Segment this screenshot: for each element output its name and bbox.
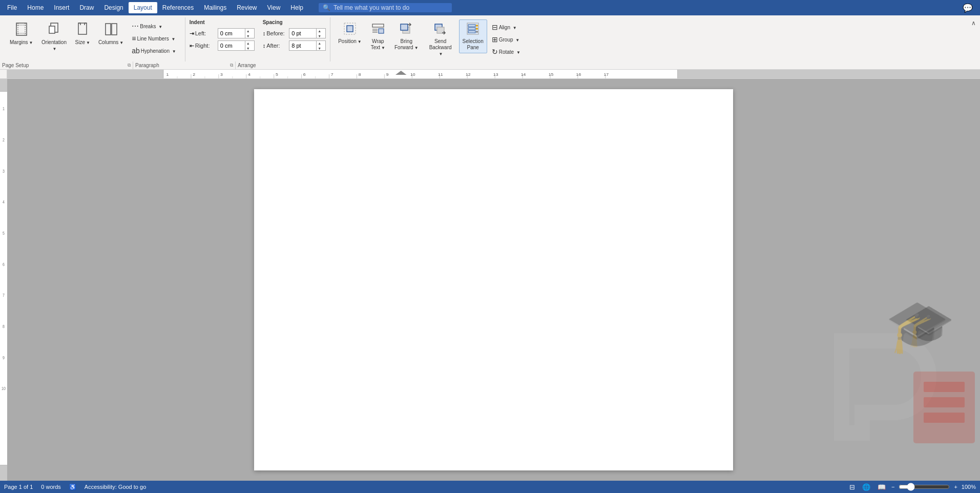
menu-review[interactable]: Review	[232, 2, 262, 13]
page-setup-dialog-launcher[interactable]: ⧉	[128, 63, 131, 68]
page-setup-content: Margins▼ Orientation▼	[6, 19, 179, 59]
line-numbers-button[interactable]: ≡ Line Numbers ▼	[129, 33, 178, 44]
svg-text:7: 7	[331, 72, 333, 77]
spacing-after-label: After:	[266, 43, 287, 49]
ruler-inactive-left	[7, 70, 163, 78]
svg-text:6: 6	[3, 262, 5, 267]
hyphenation-label: Hyphenation ▼	[141, 48, 176, 54]
indent-right-spinners: ▲ ▼	[245, 40, 251, 51]
svg-text:8: 8	[359, 72, 361, 77]
arrange-section-label: Arrange	[236, 61, 389, 69]
indent-left-input[interactable]: ▲ ▼	[218, 28, 255, 38]
status-bar-left: Page 1 of 1 0 words ♿ Accessibility: Goo…	[4, 484, 146, 490]
spacing-before-down[interactable]: ▼	[317, 33, 322, 38]
menu-file[interactable]: File	[2, 2, 22, 13]
web-layout-view-button[interactable]: 🌐	[861, 483, 872, 491]
send-backward-button[interactable]: SendBackward▼	[424, 19, 457, 59]
indent-left-label: Left:	[195, 30, 216, 36]
spacing-before-up[interactable]: ▲	[317, 28, 322, 33]
spacing-before-input[interactable]: ▲ ▼	[289, 28, 326, 38]
page-content[interactable]	[254, 89, 733, 448]
indent-left-arrow-icon: ⇥	[190, 30, 194, 37]
breaks-button[interactable]: ⋯ Breaks ▼	[129, 20, 178, 32]
menu-design[interactable]: Design	[99, 2, 128, 13]
svg-text:13: 13	[493, 72, 498, 77]
zoom-slider[interactable]	[899, 483, 950, 491]
selection-pane-label: SelectionPane	[463, 38, 484, 51]
svg-rect-13	[379, 29, 384, 33]
zoom-level: 100%	[962, 484, 976, 490]
indent-right-up[interactable]: ▲	[245, 40, 251, 46]
indent-right-value[interactable]	[218, 43, 245, 49]
spacing-before-label: Before:	[266, 30, 287, 36]
indent-right-label: Right:	[195, 43, 216, 49]
line-numbers-icon: ≡	[132, 34, 136, 43]
indent-right-input[interactable]: ▲ ▼	[218, 40, 255, 51]
ribbon: Margins▼ Orientation▼	[0, 15, 980, 70]
spacing-after-value[interactable]	[289, 43, 316, 49]
menu-home[interactable]: Home	[22, 2, 49, 13]
menu-help[interactable]: Help	[285, 2, 308, 13]
indent-col: Indent ⇥ Left: ▲ ▼	[190, 19, 255, 51]
svg-rect-11	[347, 26, 353, 32]
app-container: File Home Insert Draw Design Layout Refe…	[0, 0, 980, 493]
indent-title: Indent	[190, 19, 255, 25]
zoom-minus-icon[interactable]: −	[891, 484, 894, 490]
svg-text:5: 5	[3, 231, 5, 236]
indent-left-up[interactable]: ▲	[245, 28, 251, 33]
menu-layout[interactable]: Layout	[129, 2, 157, 13]
size-button[interactable]: Size▼	[72, 19, 94, 48]
menu-insert[interactable]: Insert	[49, 2, 74, 13]
arrange-label-text: Arrange	[238, 63, 256, 68]
watermark-area: 🎓 🎓	[816, 296, 980, 450]
orientation-button[interactable]: Orientation▼	[38, 19, 71, 54]
svg-text:2: 2	[3, 137, 5, 142]
svg-rect-18	[401, 24, 408, 30]
rotate-button[interactable]: ↻ Rotate ▼	[489, 46, 523, 57]
indent-spacing: Indent ⇥ Left: ▲ ▼	[190, 19, 326, 51]
watermark-cap-icon: 🎓	[885, 296, 949, 357]
bring-forward-label: BringForward▼	[394, 38, 419, 51]
align-icon: ⊟	[492, 23, 498, 31]
spacing-after-up[interactable]: ▲	[317, 40, 322, 46]
menu-draw[interactable]: Draw	[74, 2, 99, 13]
chat-icon[interactable]: 💬	[957, 1, 978, 15]
svg-rect-26	[468, 31, 475, 33]
indent-left-value[interactable]	[218, 30, 245, 36]
svg-text:15: 15	[549, 72, 554, 77]
bring-forward-icon	[400, 22, 413, 37]
spacing-after-row: ↕ After: ▲ ▼	[263, 40, 326, 51]
columns-button[interactable]: Columns▼	[95, 19, 127, 48]
ribbon-collapse-button[interactable]: ∧	[971, 19, 976, 27]
margins-button[interactable]: Margins▼	[6, 19, 37, 48]
spacing-after-down[interactable]: ▼	[317, 46, 322, 51]
spacing-after-input[interactable]: ▲ ▼	[289, 40, 326, 51]
bring-forward-button[interactable]: BringForward▼	[391, 19, 422, 53]
position-button[interactable]: Position▼	[335, 19, 365, 47]
wrap-text-button[interactable]: WrapText▼	[367, 19, 389, 53]
read-mode-button[interactable]: 📖	[876, 483, 887, 491]
spacing-before-icon: ↕	[263, 30, 266, 36]
group-button[interactable]: ⊞ Group ▼	[489, 34, 523, 45]
hyphenation-button[interactable]: ab Hyphenation ▼	[129, 45, 178, 56]
send-backward-icon	[434, 22, 447, 37]
document-canvas[interactable]: 🎓 🎓	[7, 79, 980, 481]
columns-icon	[104, 22, 118, 38]
group-label: Group ▼	[499, 37, 520, 43]
indent-right-down[interactable]: ▼	[245, 46, 251, 51]
svg-text:3: 3	[220, 72, 223, 77]
spacing-before-value[interactable]	[289, 30, 316, 36]
menu-view[interactable]: View	[262, 2, 286, 13]
v-ruler-inactive-bottom	[0, 465, 7, 481]
svg-text:3: 3	[3, 169, 5, 174]
menu-references[interactable]: References	[157, 2, 199, 13]
indent-left-down[interactable]: ▼	[245, 33, 251, 38]
selection-pane-button[interactable]: SelectionPane	[459, 19, 487, 53]
print-layout-view-button[interactable]: ⊟	[848, 483, 857, 491]
menu-mailings[interactable]: Mailings	[199, 2, 232, 13]
search-bar[interactable]: 🔍 Tell me what you want to do	[319, 3, 452, 12]
paragraph-dialog-launcher[interactable]: ⧉	[230, 63, 233, 68]
zoom-plus-icon[interactable]: +	[954, 484, 957, 490]
position-icon	[343, 22, 357, 37]
align-button[interactable]: ⊟ Align ▼	[489, 22, 523, 33]
